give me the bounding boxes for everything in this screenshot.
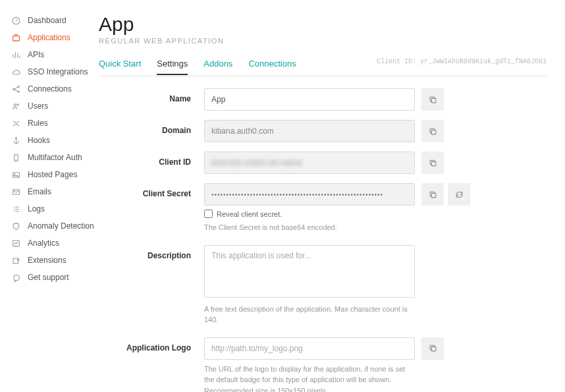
domain-input [204, 120, 415, 142]
sidebar-item-label: Anomaly Detection [28, 221, 94, 231]
briefcase-icon [12, 34, 24, 42]
reveal-secret-checkbox[interactable]: Reveal client secret. [204, 210, 415, 218]
svg-point-9 [16, 159, 16, 160]
copy-icon [429, 159, 437, 167]
row-app-logo: Application Logo The URL of the logo to … [99, 337, 547, 393]
page-subtitle: REGULAR WEB APPLICATION [99, 37, 547, 45]
sidebar-item-applications[interactable]: Applications [12, 29, 99, 46]
sidebar-item-label: Extensions [28, 256, 67, 265]
sidebar-item-label: Analytics [28, 238, 59, 248]
sidebar-item-hooks[interactable]: Hooks [12, 132, 99, 149]
blurred-value: blurred-client-id-value [211, 158, 302, 167]
sidebar-item-sso[interactable]: SSO Integrations [12, 63, 99, 80]
device-icon [12, 154, 24, 162]
sidebar-item-label: Emails [28, 187, 51, 196]
shuffle-icon [12, 119, 24, 128]
copy-name-button[interactable] [421, 88, 444, 111]
sidebar-item-extensions[interactable]: Extensions [12, 252, 99, 269]
row-client-secret: Client Secret ••••••••••••••••••••••••••… [99, 183, 547, 233]
svg-rect-19 [431, 193, 436, 198]
tab-quick-start[interactable]: Quick Start [99, 59, 141, 74]
sidebar-item-analytics[interactable]: Analytics [12, 235, 99, 252]
sidebar-item-label: Hosted Pages [28, 170, 77, 179]
sidebar-item-apis[interactable]: APIs [12, 46, 99, 63]
image-icon [12, 171, 24, 179]
sidebar-item-label: Hooks [28, 136, 50, 145]
copy-client-id-button[interactable] [421, 152, 444, 174]
sidebar-item-label: Get support [28, 273, 69, 282]
sidebar: Dashboard Applications APIs SSO Integrat… [0, 0, 99, 392]
shield-icon [12, 222, 24, 231]
label-description: Description [99, 245, 204, 260]
refresh-icon [455, 190, 464, 199]
main-content: App REGULAR WEB APPLICATION Quick Start … [99, 0, 565, 392]
page-title: App [99, 13, 547, 36]
row-description: Description A free text description of t… [99, 245, 547, 325]
rotate-client-secret-button[interactable] [448, 183, 470, 206]
sidebar-item-label: Users [28, 101, 48, 111]
anchor-icon [12, 136, 24, 145]
sidebar-item-rules[interactable]: Rules [12, 115, 99, 132]
label-name: Name [99, 88, 204, 103]
row-domain: Domain [99, 120, 547, 142]
tab-bar: Quick Start Settings Addons Connections … [99, 57, 547, 76]
sidebar-item-users[interactable]: Users [12, 98, 99, 115]
svg-point-2 [13, 88, 14, 90]
label-app-logo: Application Logo [99, 337, 204, 352]
label-domain: Domain [99, 120, 204, 135]
name-input[interactable] [204, 88, 415, 111]
reveal-secret-input[interactable] [204, 210, 213, 218]
copy-icon [429, 127, 437, 136]
settings-form: Name Domain Client ID [99, 88, 547, 392]
client-secret-help: The Client Secret is not base64 encoded. [204, 222, 415, 233]
app-logo-input[interactable] [204, 337, 415, 360]
sidebar-item-label: Dashboard [28, 16, 67, 25]
sidebar-item-anomaly[interactable]: Anomaly Detection [12, 217, 99, 235]
sidebar-item-label: Logs [28, 204, 45, 213]
svg-point-4 [18, 91, 19, 92]
users-icon [12, 102, 24, 111]
svg-rect-20 [431, 347, 436, 351]
sidebar-item-hosted-pages[interactable]: Hosted Pages [12, 166, 99, 183]
svg-point-5 [14, 103, 16, 105]
chat-icon [12, 273, 24, 282]
label-client-secret: Client Secret [99, 183, 204, 198]
client-id-display: Client ID: yr_JwWIAhUB0d9Kiuk_gdTz_fNA6J… [377, 58, 547, 65]
sidebar-item-emails[interactable]: Emails [12, 183, 99, 200]
svg-rect-17 [431, 130, 436, 134]
puzzle-icon [12, 256, 24, 265]
sidebar-item-multifactor[interactable]: Multifactor Auth [12, 149, 99, 166]
gauge-icon [12, 16, 24, 25]
sidebar-item-connections[interactable]: Connections [12, 80, 99, 98]
sidebar-item-label: SSO Integrations [28, 67, 88, 76]
client-id-input: blurred-client-id-value [204, 152, 415, 174]
app-logo-help: The URL of the logo to display for the a… [204, 364, 415, 393]
share-icon [12, 85, 24, 94]
list-icon [12, 205, 24, 213]
row-client-id: Client ID blurred-client-id-value [99, 152, 547, 174]
row-name: Name [99, 88, 547, 111]
copy-icon [429, 344, 437, 352]
svg-point-3 [18, 86, 19, 87]
bars-icon [12, 51, 24, 59]
description-textarea[interactable] [204, 245, 415, 298]
copy-logo-url-button[interactable] [421, 337, 444, 360]
reveal-secret-label: Reveal client secret. [217, 210, 282, 218]
copy-domain-button[interactable] [421, 120, 444, 142]
sidebar-item-label: Rules [28, 119, 48, 128]
sidebar-item-dashboard[interactable]: Dashboard [12, 12, 99, 29]
copy-client-secret-button[interactable] [421, 183, 444, 206]
sidebar-item-label: Connections [28, 84, 72, 94]
svg-point-6 [17, 103, 18, 105]
sidebar-item-label: APIs [28, 50, 44, 59]
copy-icon [429, 190, 437, 199]
tab-connections[interactable]: Connections [248, 59, 296, 74]
sidebar-item-support[interactable]: Get support [12, 269, 99, 286]
tab-settings[interactable]: Settings [157, 59, 188, 75]
sidebar-item-label: Applications [28, 33, 70, 42]
sidebar-item-logs[interactable]: Logs [12, 200, 99, 217]
cloud-icon [12, 68, 24, 76]
tab-addons[interactable]: Addons [203, 59, 232, 74]
description-help: A free text description of the applicati… [204, 304, 415, 325]
svg-rect-18 [431, 161, 436, 166]
